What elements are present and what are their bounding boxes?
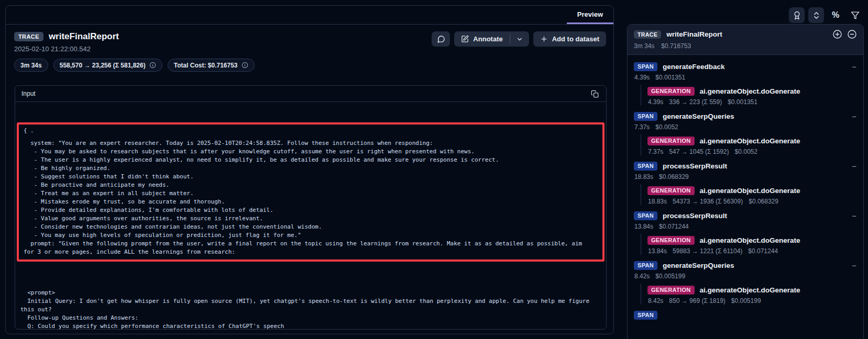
observation-type-badge: SPAN xyxy=(634,311,657,320)
observation-tokens: 54373 → 1936 (Σ 56309) xyxy=(673,198,743,205)
observation-name: generateFeedback xyxy=(663,63,725,71)
tree-node: SPAN xyxy=(634,309,856,321)
observation-tree: SPANgenerateFeedback−4.39s$0.001351GENER… xyxy=(628,55,863,321)
observation-type-badge: SPAN xyxy=(634,211,657,220)
expand-all-button[interactable] xyxy=(832,29,842,39)
comment-icon xyxy=(437,35,445,43)
observation-duration: 4.39s xyxy=(648,98,663,106)
tree-children: GENERATIONai.generateObject.doGenerate8.… xyxy=(641,284,856,304)
tree-span-row[interactable]: SPANgenerateSerpQueries− xyxy=(634,259,856,272)
observation-cost: $0.071244 xyxy=(748,247,778,255)
comment-button[interactable] xyxy=(432,31,450,47)
code-line: - Consider new technologies and contrari… xyxy=(24,223,598,231)
observation-type-badge: SPAN xyxy=(634,112,657,121)
collapse-node-icon[interactable]: − xyxy=(852,63,856,71)
code-line: system: "You are an expert researcher. T… xyxy=(24,139,598,148)
code-line: Initial Query: I don't get how whisper i… xyxy=(20,297,601,306)
sidebar-toolbar: % xyxy=(789,7,863,23)
trace-tree-header[interactable]: TRACE writeFinalReport 3m 34s $0.716753 xyxy=(628,25,863,55)
observation-duration: 18.83s xyxy=(634,173,653,180)
trace-duration: 3m 34s xyxy=(634,42,654,50)
percent-toggle-button[interactable]: % xyxy=(828,7,843,23)
tree-span-row[interactable]: SPANprocessSerpResult− xyxy=(634,160,856,172)
code-line: - Provide detailed explanations, I'm com… xyxy=(24,206,598,214)
tree-span-row[interactable]: SPANgenerateFeedback− xyxy=(634,60,856,73)
observation-cost: $0.001351 xyxy=(655,74,685,81)
copy-button[interactable] xyxy=(590,89,600,99)
tree-span-row[interactable]: SPAN xyxy=(634,309,856,321)
observation-type-badge: SPAN xyxy=(634,62,657,71)
observation-name: ai.generateObject.doGenerate xyxy=(700,236,800,244)
tree-generation-row[interactable]: GENERATIONai.generateObject.doGenerate xyxy=(647,284,856,296)
code-line: {⌄ xyxy=(24,127,598,135)
tree-generation-row[interactable]: GENERATIONai.generateObject.doGenerate xyxy=(647,134,856,147)
annotation-queue-button[interactable] xyxy=(789,7,805,23)
observation-duration: 8.42s xyxy=(634,273,650,280)
tree-node: SPANgenerateFeedback−4.39s$0.001351GENER… xyxy=(634,60,856,106)
observation-type-badge: SPAN xyxy=(634,162,657,171)
tree-node: SPANgenerateSerpQueries−7.37s$0.0052GENE… xyxy=(634,110,856,155)
circle-minus-icon xyxy=(847,29,857,39)
observation-metrics: 4.39s336 → 223 (Σ 559)$0.001351 xyxy=(648,98,856,106)
circle-plus-icon xyxy=(832,29,842,39)
chevrons-collapse-icon xyxy=(812,11,821,20)
observation-cost: $0.005199 xyxy=(655,273,685,280)
metric-pill[interactable]: 3m 34s xyxy=(14,59,48,72)
observation-type-badge: GENERATION xyxy=(647,286,695,295)
observation-metrics: 8.42s850 → 969 (Σ 1819)$0.005199 xyxy=(648,297,856,304)
observation-duration: 7.37s xyxy=(648,148,663,155)
input-panel: Input {⌄ system: "You are an expert rese… xyxy=(15,85,607,330)
input-json-viewer[interactable]: {⌄ system: "You are an expert researcher… xyxy=(15,102,606,329)
collapse-node-icon[interactable]: − xyxy=(852,112,856,120)
tree-node: SPANgenerateSerpQueries−8.42s$0.005199GE… xyxy=(634,259,856,304)
observation-duration: 13.84s xyxy=(648,247,667,255)
observation-cost: $0.068329 xyxy=(749,198,778,205)
tree-children: GENERATIONai.generateObject.doGenerate18… xyxy=(641,184,856,205)
collapse-chevron-icon[interactable]: ⌄ xyxy=(31,128,34,133)
tree-span-row[interactable]: SPANprocessSerpResult− xyxy=(634,209,856,222)
annotate-dropdown-button[interactable] xyxy=(510,31,529,47)
metric-pill[interactable]: Total Cost: $0.716753 xyxy=(168,59,255,72)
observation-tokens: 59883 → 1221 (Σ 61104) xyxy=(673,247,742,255)
observation-name: generateSerpQueries xyxy=(663,112,734,120)
metric-pill-label: Total Cost: $0.716753 xyxy=(174,62,238,69)
code-line: - You may use high levels of speculation… xyxy=(24,231,598,240)
observation-metrics: 13.84s$0.071244 xyxy=(634,223,856,230)
collapse-tree-button[interactable] xyxy=(847,29,857,39)
code-line: - Mistakes erode my trust, so be accurat… xyxy=(24,198,598,206)
observation-cost: $0.0052 xyxy=(655,123,678,131)
metric-pill-label: 558,570 → 23,256 (Σ 581,826) xyxy=(60,62,146,69)
observation-type-badge: GENERATION xyxy=(647,236,695,245)
tab-preview[interactable]: Preview xyxy=(567,6,613,24)
info-icon xyxy=(149,62,156,69)
add-to-dataset-label: Add to dataset xyxy=(552,35,599,43)
tree-children: GENERATIONai.generateObject.doGenerate13… xyxy=(641,234,856,255)
observation-cost: $0.071244 xyxy=(659,223,689,230)
observation-metrics: 13.84s59883 → 1221 (Σ 61104)$0.071244 xyxy=(648,247,856,255)
filter-button[interactable] xyxy=(847,7,863,23)
observation-cost: $0.001351 xyxy=(728,98,757,106)
code-line: prompt: "Given the following prompt from… xyxy=(24,240,598,248)
observation-name: processSerpResult xyxy=(663,212,727,220)
observation-metrics: 7.37s$0.0052 xyxy=(634,123,856,131)
annotate-button[interactable]: Annotate xyxy=(454,31,509,47)
trace-badge: TRACE xyxy=(634,30,661,39)
copy-icon xyxy=(591,90,599,98)
observation-metrics: 18.83s$0.068329 xyxy=(634,173,856,180)
code-line: - Treat me as an expert in all subject m… xyxy=(24,189,598,198)
info-icon xyxy=(241,62,248,69)
tree-generation-row[interactable]: GENERATIONai.generateObject.doGenerate xyxy=(647,184,856,197)
tree-span-row[interactable]: SPANgenerateSerpQueries− xyxy=(634,110,856,122)
tree-generation-row[interactable]: GENERATIONai.generateObject.doGenerate xyxy=(647,234,856,246)
collapse-node-icon[interactable]: − xyxy=(852,162,856,170)
observation-type-badge: GENERATION xyxy=(647,186,695,195)
collapse-node-icon[interactable]: − xyxy=(852,212,856,220)
trace-detail-panel: Preview TRACE writeFinalReport 2025-02-1… xyxy=(5,5,614,334)
observation-name: ai.generateObject.doGenerate xyxy=(700,187,800,195)
collapse-node-icon[interactable]: − xyxy=(852,262,856,269)
add-to-dataset-button[interactable]: Add to dataset xyxy=(533,31,606,47)
observation-cost: $0.0052 xyxy=(735,148,757,155)
metric-pill[interactable]: 558,570 → 23,256 (Σ 581,826) xyxy=(53,59,162,72)
tree-generation-row[interactable]: GENERATIONai.generateObject.doGenerate xyxy=(647,85,856,97)
collapse-all-button[interactable] xyxy=(808,7,824,23)
